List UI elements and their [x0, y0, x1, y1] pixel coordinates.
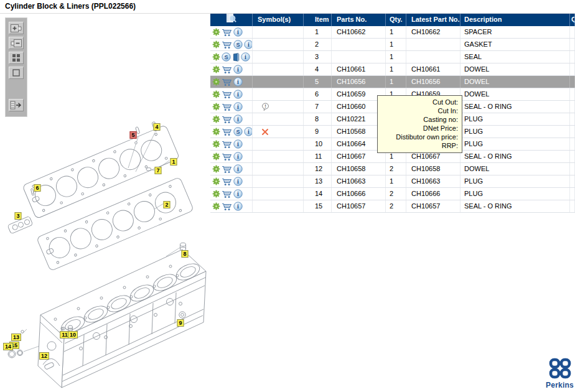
gear-icon[interactable] — [212, 40, 220, 49]
diagram-callout-9[interactable]: 9 — [177, 319, 184, 327]
info-icon[interactable]: i — [244, 127, 253, 136]
gear-icon[interactable] — [212, 152, 220, 161]
table-row[interactable]: i12CH106582CH10658DOWEL — [210, 163, 575, 175]
fit-view-button[interactable] — [9, 67, 24, 79]
cart-icon[interactable] — [222, 103, 232, 111]
book-icon[interactable] — [232, 53, 240, 62]
diagram-callout-10[interactable]: 10 — [68, 331, 78, 338]
gear-icon[interactable] — [212, 28, 220, 36]
gear-icon[interactable] — [212, 128, 220, 136]
gear-icon[interactable] — [212, 165, 220, 173]
info-icon[interactable]: i — [233, 189, 243, 198]
diagram-callout-5[interactable]: 5 — [129, 131, 136, 139]
header-description[interactable]: Description — [460, 14, 570, 26]
zoom-out-button[interactable] — [9, 37, 24, 49]
cell-actions: Si — [210, 51, 253, 63]
header-qty[interactable]: Qty. — [386, 14, 406, 26]
header-clipped[interactable]: Q — [570, 14, 575, 26]
gear-icon[interactable] — [212, 53, 220, 61]
info-icon[interactable]: i — [233, 164, 243, 174]
info-icon[interactable]: i — [233, 114, 243, 124]
info-icon[interactable]: i — [233, 90, 243, 99]
tile-view-button[interactable] — [9, 52, 24, 64]
info-icon[interactable]: i — [233, 177, 243, 186]
svg-text:i: i — [248, 41, 250, 48]
diagram-callout-13[interactable]: 13 — [11, 334, 21, 341]
diagram-callout-7[interactable]: 7 — [154, 167, 161, 174]
info-icon[interactable]: i — [233, 27, 243, 37]
diagram-callout-14[interactable]: 14 — [3, 343, 13, 350]
cart-icon[interactable] — [222, 115, 232, 124]
table-row[interactable]: Si31SEAL — [210, 51, 575, 63]
gear-icon[interactable] — [212, 202, 220, 210]
table-row[interactable]: i14CH106662CH10666PLUG — [210, 188, 575, 200]
cart-icon[interactable] — [222, 202, 232, 211]
cart-icon[interactable] — [222, 28, 232, 37]
header-parts-no[interactable]: Parts No. — [332, 14, 386, 26]
info-icon[interactable]: i — [233, 65, 243, 74]
info-icon[interactable]: i — [233, 152, 243, 161]
gear-icon[interactable] — [212, 103, 220, 111]
cell-symbol: ! — [253, 101, 304, 113]
info-icon[interactable]: i — [233, 77, 243, 86]
gear-icon[interactable] — [212, 190, 220, 198]
brand-name: Perkins — [545, 381, 575, 390]
diagram-callout-6[interactable]: 6 — [34, 184, 40, 192]
table-row[interactable]: i5CH106561CH10656DOWEL — [210, 76, 575, 88]
cart-icon[interactable] — [222, 140, 232, 149]
table-row[interactable]: i13CH106631CH10663PLUG — [210, 175, 575, 188]
info-icon[interactable]: i — [241, 52, 250, 62]
header-item[interactable]: Item — [304, 14, 332, 26]
supersession-icon[interactable]: S — [222, 52, 231, 62]
cart-icon[interactable] — [222, 65, 232, 74]
toggle-panel-icon — [10, 101, 22, 110]
diagram-callout-3[interactable]: 3 — [14, 212, 21, 220]
cart-icon[interactable] — [222, 190, 232, 198]
cart-icon[interactable] — [222, 177, 232, 186]
diagram-callout-8[interactable]: 8 — [181, 250, 188, 258]
cart-icon[interactable] — [222, 78, 232, 86]
cell-latest-part-no: CH10661 — [406, 63, 460, 75]
cell-actions: i — [210, 88, 253, 100]
fit-view-icon — [12, 68, 21, 77]
info-icon[interactable]: i — [233, 202, 243, 211]
gear-icon[interactable] — [212, 90, 220, 98]
zoom-in-button[interactable] — [9, 22, 24, 34]
info-icon[interactable]: i — [244, 40, 253, 49]
table-row[interactable]: i1CH106621CH10662SPACER — [210, 26, 575, 39]
cell-qty: 1 — [386, 26, 406, 38]
gear-icon[interactable] — [212, 177, 220, 185]
toggle-panel-button[interactable] — [9, 99, 24, 111]
diagram-callout-2[interactable]: 2 — [163, 201, 170, 208]
cart-icon[interactable] — [222, 40, 232, 49]
cell-symbol — [253, 26, 304, 38]
supersession-icon[interactable]: S — [233, 40, 243, 49]
cart-icon[interactable] — [222, 90, 232, 99]
cart-icon[interactable] — [222, 128, 232, 136]
header-latest-part-no[interactable]: Latest Part No. — [406, 14, 460, 26]
cart-icon[interactable] — [222, 152, 232, 161]
gear-icon[interactable] — [212, 78, 220, 86]
diagram-callout-4[interactable]: 4 — [153, 123, 160, 131]
gear-icon[interactable] — [212, 115, 220, 123]
info-icon[interactable]: i — [233, 139, 243, 149]
info-icon[interactable]: i — [233, 102, 243, 111]
diagram-callout-12[interactable]: 12 — [39, 352, 49, 360]
table-row[interactable]: Si21GASKET — [210, 39, 575, 51]
tooltip-line: Casting no: — [381, 115, 458, 124]
table-row[interactable]: i15CH106572CH10657SEAL - O RING — [210, 200, 575, 213]
cell-symbol — [253, 51, 304, 63]
cart-icon[interactable] — [222, 165, 232, 174]
cell-description: PLUG — [460, 175, 570, 187]
supersession-icon[interactable]: S — [233, 127, 243, 136]
cell-latest-part-no — [406, 51, 460, 63]
header-symbols[interactable]: Symbol(s) — [253, 14, 304, 26]
cell-parts-no: CH10658 — [332, 163, 386, 175]
cell-actions: Si — [210, 39, 253, 50]
gear-icon[interactable] — [212, 140, 220, 148]
gear-icon[interactable] — [212, 65, 220, 73]
header-actions[interactable] — [210, 14, 253, 26]
table-row[interactable]: i4CH106611CH10661DOWEL — [210, 63, 575, 76]
diagram-callout-1[interactable]: 1 — [170, 158, 177, 166]
page-title: Cylinder Block & Liners (PPL022566) — [5, 2, 136, 11]
